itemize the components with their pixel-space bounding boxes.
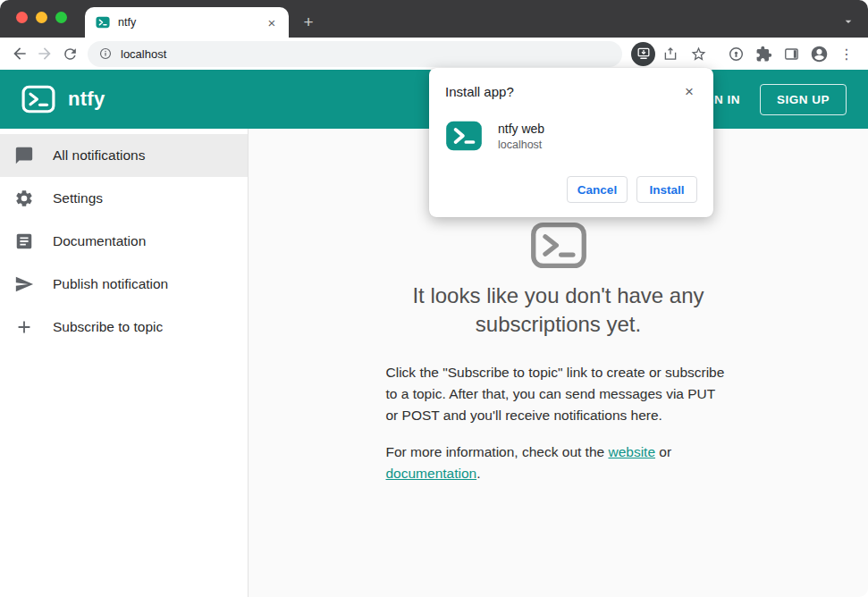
sidebar-item-label: Publish notification [53, 276, 168, 292]
paragraph-text: or [655, 444, 671, 459]
traffic-lights [16, 12, 67, 23]
bookmark-star-icon[interactable] [686, 41, 711, 66]
sidebar-item-all-notifications[interactable]: All notifications [0, 134, 248, 177]
tab-title: ntfy [118, 16, 264, 29]
dialog-close-icon[interactable]: × [681, 82, 697, 101]
dialog-app-origin: localhost [498, 139, 544, 151]
dialog-title: Install app? [445, 82, 681, 99]
minimize-window-button[interactable] [36, 12, 47, 23]
address-bar[interactable]: localhost [88, 41, 622, 67]
empty-state-paragraph: Click the "Subscribe to topic" link to c… [386, 362, 731, 426]
tab-close-icon[interactable]: × [264, 14, 280, 30]
forward-button[interactable] [32, 41, 57, 66]
empty-state-links-paragraph: For more information, check out the webs… [386, 441, 731, 484]
extensions-puzzle-icon[interactable] [751, 41, 776, 66]
sidebar-item-settings[interactable]: Settings [0, 177, 248, 220]
tab-search-chevron-icon[interactable] [841, 14, 855, 29]
dialog-app-name: ntfy web [498, 122, 544, 136]
share-icon[interactable] [658, 41, 683, 66]
sidebar-item-label: Documentation [53, 233, 146, 249]
empty-state-title: It looks like you don't have any subscri… [371, 282, 746, 339]
plus-icon [14, 317, 34, 337]
sidebar: All notifications Settings Documentation… [0, 129, 249, 597]
close-window-button[interactable] [16, 12, 28, 23]
profile-avatar-icon[interactable] [806, 41, 831, 66]
paragraph-text: . [476, 466, 480, 481]
article-icon [14, 231, 34, 251]
chat-icon [14, 146, 34, 165]
cancel-button[interactable]: Cancel [567, 176, 628, 203]
sidebar-item-documentation[interactable]: Documentation [0, 220, 248, 263]
side-panel-icon[interactable] [779, 41, 804, 66]
browser-menu-icon[interactable]: ⋮ [834, 41, 859, 66]
send-icon [14, 274, 34, 294]
ntfy-logo-icon [21, 85, 55, 114]
site-info-icon[interactable] [98, 46, 113, 61]
ntfy-terminal-icon [530, 222, 587, 269]
sidebar-item-label: Subscribe to topic [53, 319, 163, 335]
gear-icon [14, 189, 34, 208]
brand: ntfy [21, 85, 105, 114]
browser-tab[interactable]: ntfy × [85, 7, 289, 38]
zoom-window-button[interactable] [55, 12, 67, 23]
sign-up-button[interactable]: SIGN UP [760, 84, 847, 115]
install-app-icon[interactable] [631, 42, 655, 66]
brand-name: ntfy [68, 88, 105, 111]
install-button[interactable]: Install [636, 176, 697, 203]
sidebar-item-label: Settings [53, 190, 103, 206]
sidebar-item-label: All notifications [53, 147, 145, 164]
back-button[interactable] [7, 41, 32, 66]
titlebar: ntfy × + [0, 0, 868, 38]
install-app-dialog: Install app? × ntfy web localhost Cancel… [429, 68, 713, 217]
ntfy-app-icon [445, 117, 483, 155]
sidebar-item-publish-notification[interactable]: Publish notification [0, 263, 248, 306]
browser-window: ntfy × + localhost [0, 0, 868, 597]
ntfy-favicon-icon [96, 15, 110, 29]
password-manager-extension-icon[interactable] [723, 41, 748, 66]
documentation-link[interactable]: documentation [386, 466, 477, 481]
paragraph-text: For more information, check out the [386, 444, 609, 459]
reload-button[interactable] [57, 41, 82, 66]
website-link[interactable]: website [608, 444, 655, 459]
url-text: localhost [121, 47, 166, 61]
sidebar-item-subscribe-to-topic[interactable]: Subscribe to topic [0, 306, 248, 349]
new-tab-button[interactable]: + [296, 10, 321, 35]
browser-toolbar: localhost [0, 38, 868, 70]
